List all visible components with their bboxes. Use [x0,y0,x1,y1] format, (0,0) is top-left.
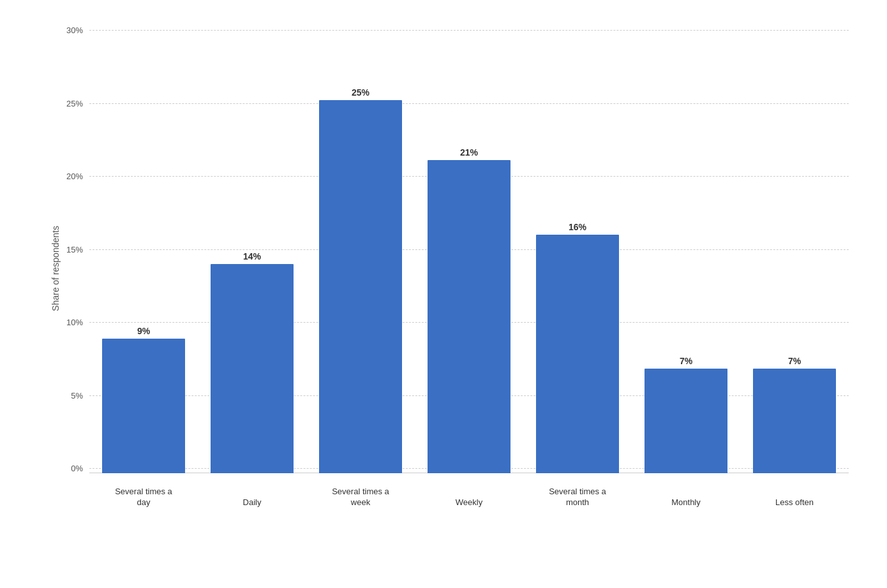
bar-value: 9% [137,326,150,336]
bar-label: Several times aweek [316,487,405,508]
y-tick-label: 10% [57,318,83,327]
bar-value: 16% [569,222,586,232]
bar-value: 14% [243,251,261,261]
bar-group: 7% Monthly [632,26,740,473]
y-tick-label: 30% [57,26,83,35]
bar-group: 16% Several times amonth [523,26,632,473]
bar-group: 25% Several times aweek [306,26,415,473]
chart-area: Share of respondents 30% 25% 20% 15% 10%… [57,26,849,511]
bar-group: 7% Less often [740,26,849,473]
bar-label: Several times aday [99,487,188,508]
bar-group: 9% Several times aday [89,26,198,473]
y-tick-label: 5% [57,391,83,401]
bar-label: Monthly [641,497,731,508]
bar [102,339,185,473]
bar [536,235,619,473]
bars-area: 9% Several times aday 14% Daily 25% Seve… [89,26,849,473]
bar [753,369,836,473]
bar-group: 21% Weekly [415,26,523,473]
bar-value: 7% [680,356,692,366]
bar-value: 21% [460,147,478,158]
bar [645,369,727,473]
bar-label: Several times amonth [533,487,622,508]
y-tick-label: 20% [57,172,83,181]
y-tick-label: 15% [57,245,83,254]
bar-group: 14% Daily [198,26,306,473]
y-tick-label: 25% [57,99,83,108]
bar-label: Less often [750,497,839,508]
bar-label: Daily [207,497,297,508]
bar [428,160,511,473]
bar-value: 7% [788,356,801,366]
y-tick-label: 0% [57,464,83,473]
bar-value: 25% [352,87,369,98]
bar [211,264,294,473]
chart-container: Share of respondents 30% 25% 20% 15% 10%… [0,0,887,588]
bar [319,100,402,473]
bar-label: Weekly [424,497,514,508]
